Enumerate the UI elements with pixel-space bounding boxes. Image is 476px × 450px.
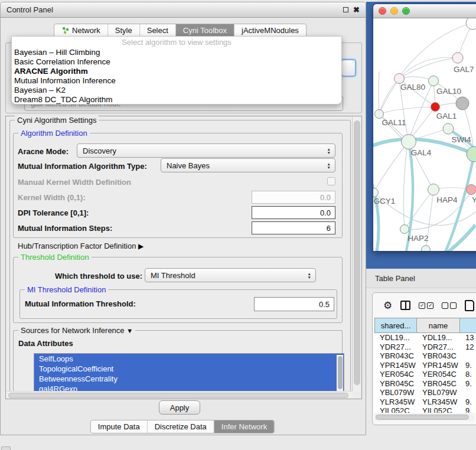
attributes-scrollbar[interactable]	[337, 355, 343, 393]
network-window-titlebar[interactable]	[373, 4, 476, 18]
attribute-list-item[interactable]: BetweennessCentrality	[34, 374, 344, 384]
gear-icon[interactable]: ⚙	[383, 301, 392, 311]
attribute-list-item[interactable]: TopologicalCoefficient	[34, 364, 344, 374]
network-view-window[interactable]: GAL7GAL80GAL10GAL1GAL11SWI4GAL4GCY1HAP4Y…	[373, 4, 476, 251]
algorithm-menu-placeholder: Select algorithm to view settings	[12, 37, 341, 48]
table-cell: 13	[460, 333, 476, 343]
tab-label: Select	[147, 26, 168, 35]
attribute-list-item[interactable]: SelfLoops	[34, 354, 344, 364]
network-node-hap4[interactable]	[428, 184, 439, 195]
network-canvas[interactable]: GAL7GAL80GAL10GAL1GAL11SWI4GAL4GCY1HAP4Y…	[373, 18, 476, 251]
network-node[interactable]	[466, 18, 476, 30]
deselect-all-columns-icon[interactable]	[442, 302, 457, 309]
float-window-icon[interactable]	[343, 7, 348, 12]
table-row[interactable]: YDL19...YDL19...13	[374, 333, 476, 343]
column-header[interactable]: name	[417, 318, 460, 333]
aracne-mode-value: Discovery	[83, 146, 116, 155]
algorithm-menu-item[interactable]: ARACNE Algorithm	[12, 67, 341, 76]
collapsed-panel-button[interactable]	[1, 446, 11, 450]
algorithm-combo-focused-fragment[interactable]	[341, 59, 356, 77]
manual-kernel-checkbox[interactable]	[327, 177, 335, 185]
algorithm-menu-item[interactable]: Basic Correlation Inference	[12, 57, 341, 67]
network-edge[interactable]	[379, 79, 399, 114]
network-node-y[interactable]	[467, 185, 476, 195]
sources-title[interactable]: Sources for Network Inference ▼	[18, 326, 135, 335]
tab-cyni-toolbox[interactable]: Cyni Toolbox	[175, 24, 234, 37]
control-panel-titlebar[interactable]: Control Panel ✖	[1, 2, 366, 18]
table-horizontal-scrollbar[interactable]	[374, 413, 474, 420]
tab-infer-network[interactable]: Infer Network	[214, 420, 274, 433]
network-edge[interactable]	[399, 58, 458, 79]
table-row[interactable]: YBR045CYBR045C9.	[374, 379, 476, 389]
close-icon[interactable]: ✖	[353, 7, 360, 13]
settings-horizontal-scrollbar[interactable]	[6, 391, 353, 398]
table-row[interactable]: YLR345WYLR345W9.	[374, 397, 476, 407]
table-cell: YBR043C	[374, 351, 417, 361]
network-node-gal10[interactable]	[429, 76, 439, 86]
network-node-hap2[interactable]	[400, 225, 409, 234]
aracne-mode-combo[interactable]: Discovery ▲▼	[77, 144, 335, 158]
data-attributes-label: Data Attributes	[18, 339, 73, 348]
table-cell: YDR27...	[374, 343, 417, 352]
tab-discretize-data[interactable]: Discretize Data	[147, 420, 214, 433]
network-node-label: HAP2	[407, 234, 428, 243]
split-columns-icon[interactable]	[400, 301, 410, 310]
kernel-width-field[interactable]: 0.0	[252, 191, 335, 204]
network-node-gal7[interactable]	[452, 53, 463, 63]
mi-threshold-value: 0.5	[319, 300, 330, 309]
table-cell: 9.	[460, 379, 476, 389]
column-header[interactable]: shared...	[374, 318, 417, 333]
dpi-tolerance-field[interactable]: 0.0	[252, 206, 335, 219]
data-attributes-list[interactable]: SelfLoopsTopologicalCoefficientBetweenne…	[34, 353, 344, 394]
network-node-gal4[interactable]	[402, 135, 416, 149]
hub-definition-toggle[interactable]: Hub/Transcription Factor Definition ▶	[18, 242, 144, 250]
algorithm-menu-item[interactable]: Dream8 DC_TDC Algorithm	[12, 95, 341, 105]
network-edge[interactable]	[379, 71, 379, 114]
tab-impute-data[interactable]: Impute Data	[91, 420, 147, 433]
mi-threshold-field[interactable]: 0.5	[254, 297, 334, 311]
minimize-traffic-light-icon[interactable]	[390, 7, 398, 15]
table-row[interactable]: YPR145WYPR145W9.	[374, 361, 476, 370]
select-all-columns-icon[interactable]: ✓✓	[419, 302, 433, 309]
settings-vertical-scrollbar[interactable]	[352, 117, 361, 392]
table-row[interactable]: YER054CYER054C8.	[374, 370, 476, 379]
kernel-width-label: Kernel Width (0,1):	[18, 193, 86, 202]
table-panel-title: Table Panel	[375, 274, 415, 283]
algorithm-menu-item[interactable]: Bayesian – Hill Climbing	[12, 48, 341, 57]
network-node-gal1[interactable]	[431, 103, 440, 112]
table-row[interactable]: YDR27...YDR27...12	[374, 343, 476, 352]
mi-steps-field[interactable]: 6	[252, 221, 335, 234]
column-header[interactable]	[460, 318, 476, 333]
export-table-icon[interactable]	[465, 300, 474, 311]
tab-style[interactable]: Style	[107, 24, 139, 37]
which-threshold-combo[interactable]: MI Threshold ▲▼	[145, 268, 316, 282]
table-row[interactable]: YIL052CYIL052C9.	[374, 406, 476, 413]
algorithm-menu-item[interactable]: Bayesian – K2	[12, 86, 341, 95]
network-node-label: GAL4	[411, 148, 432, 157]
close-traffic-light-icon[interactable]	[379, 7, 386, 15]
network-edge-highlighted[interactable]	[373, 177, 379, 251]
tab-select[interactable]: Select	[139, 24, 175, 37]
network-node-gal11[interactable]	[375, 110, 384, 119]
table-panel-titlebar[interactable]: Table Panel	[366, 269, 476, 288]
table-row[interactable]: YBR043CYBR043C	[374, 351, 476, 361]
network-edge[interactable]	[380, 107, 435, 113]
mi-type-combo[interactable]: Naive Bayes ▲▼	[161, 158, 335, 172]
mi-type-value: Naive Bayes	[167, 161, 210, 170]
network-node-label: SWI4	[451, 135, 471, 144]
table-cell: YER054C	[417, 370, 460, 379]
tab-jactivemnodules[interactable]: jActiveMNodules	[234, 24, 306, 37]
table-row[interactable]: YBL079WYBL079W	[374, 388, 476, 397]
network-node[interactable]	[422, 246, 431, 252]
tab-network[interactable]: Network	[54, 24, 107, 37]
network-node-gal80[interactable]	[395, 74, 405, 84]
algorithm-menu: Select algorithm to view settings Bayesi…	[11, 36, 342, 105]
network-node[interactable]	[467, 146, 476, 162]
apply-button[interactable]: Apply	[159, 400, 200, 415]
algorithm-menu-item[interactable]: Mutual Information Inference	[12, 76, 341, 86]
network-node-swi4[interactable]	[443, 123, 454, 134]
network-edge[interactable]	[374, 142, 409, 191]
screenshot-root: Control Panel ✖ NetworkStyleSelectCyni T…	[0, 0, 476, 450]
zoom-traffic-light-icon[interactable]	[402, 7, 410, 15]
network-node[interactable]	[456, 97, 469, 110]
